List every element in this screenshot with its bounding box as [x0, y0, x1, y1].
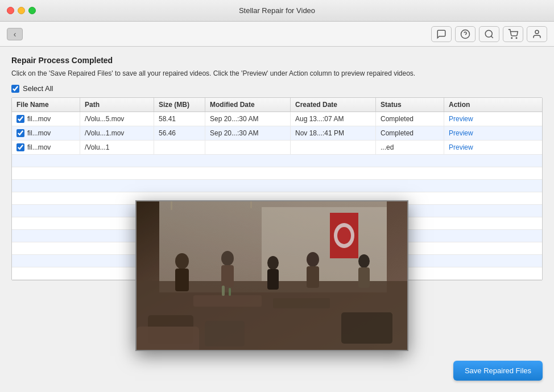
- preview-link-2[interactable]: Preview: [449, 129, 473, 137]
- table-header: File Name Path Size (MB) Modified Date C…: [12, 98, 542, 112]
- col-header-size: Size (MB): [154, 98, 205, 112]
- cell-created-2: Nov 18...:41 PM: [291, 126, 376, 140]
- svg-point-2: [485, 30, 492, 37]
- svg-line-3: [491, 36, 493, 38]
- cell-created-3: [291, 141, 376, 154]
- row-checkbox-3[interactable]: [16, 143, 24, 151]
- save-repaired-files-button[interactable]: Save Repaired Files: [453, 361, 543, 381]
- table-row: fil...mov /Volu...1.mov 56.46 Sep 20...:…: [12, 126, 542, 141]
- cell-size-2: 56.46: [154, 126, 205, 140]
- cell-status-2: Completed: [376, 126, 444, 140]
- close-button[interactable]: [7, 7, 14, 14]
- col-header-status: Status: [376, 98, 444, 112]
- back-button[interactable]: ‹: [7, 28, 23, 40]
- table-row: fil...mov /Volu...1 ...ed Preview: [12, 141, 542, 155]
- row-checkbox-1[interactable]: [16, 115, 24, 123]
- cell-path-1: /Volu...5.mov: [80, 112, 154, 126]
- svg-rect-35: [137, 201, 408, 351]
- select-all-label: Select All: [23, 84, 53, 93]
- cell-action-1: Preview: [444, 112, 490, 126]
- select-all-checkbox[interactable]: [11, 85, 19, 93]
- cart-button[interactable]: [503, 26, 523, 42]
- user-icon: [532, 29, 542, 39]
- chat-icon: [436, 29, 446, 39]
- main-content: Repair Process Completed Click on the 'S…: [0, 47, 554, 392]
- cell-path-3: /Volu...1: [80, 141, 154, 154]
- col-header-path: Path: [80, 98, 154, 112]
- cell-modified-3: [205, 141, 291, 154]
- col-header-filename: File Name: [12, 98, 80, 112]
- cell-action-3: Preview: [444, 141, 490, 154]
- cell-status-1: Completed: [376, 112, 444, 126]
- col-header-action: Action: [444, 98, 490, 112]
- chat-button[interactable]: [431, 26, 452, 42]
- repair-status-description: Click on the 'Save Repaired Files' to sa…: [11, 68, 543, 79]
- cell-size-3: [154, 141, 205, 154]
- toolbar: ‹: [0, 22, 554, 47]
- col-header-modified: Modified Date: [205, 98, 291, 112]
- cell-filename-3: fil...mov: [12, 141, 80, 154]
- user-button[interactable]: [527, 26, 547, 42]
- svg-point-4: [511, 38, 512, 39]
- cart-icon: [508, 29, 518, 39]
- video-preview-content: [137, 201, 408, 351]
- help-button[interactable]: [455, 26, 476, 42]
- repair-status-title: Repair Process Completed: [11, 56, 543, 65]
- toolbar-icons: [431, 26, 547, 42]
- title-bar: Stellar Repair for Video: [0, 0, 554, 22]
- cell-created-1: Aug 13...:07 AM: [291, 112, 376, 126]
- video-preview: [135, 200, 408, 351]
- save-button-container: Save Repaired Files: [453, 361, 543, 381]
- preview-link-1[interactable]: Preview: [449, 115, 473, 123]
- empty-row: [12, 167, 542, 180]
- svg-point-5: [516, 38, 517, 39]
- back-icon: ‹: [14, 30, 16, 39]
- cell-status-3: ...ed: [376, 141, 444, 154]
- minimize-button[interactable]: [18, 7, 25, 14]
- search-icon: [484, 29, 494, 39]
- preview-link-3[interactable]: Preview: [449, 143, 473, 151]
- table-row: fil...mov /Volu...5.mov 58.41 Sep 20...:…: [12, 112, 542, 126]
- window-title: Stellar Repair for Video: [239, 6, 315, 15]
- select-all-row: Select All: [11, 84, 543, 93]
- row-checkbox-2[interactable]: [16, 129, 24, 137]
- maximize-button[interactable]: [28, 7, 36, 14]
- svg-point-6: [535, 30, 539, 34]
- cell-action-2: Preview: [444, 126, 490, 140]
- cell-path-2: /Volu...1.mov: [80, 126, 154, 140]
- search-button[interactable]: [479, 26, 499, 42]
- col-header-created: Created Date: [291, 98, 376, 112]
- window-controls: [7, 7, 36, 14]
- empty-row: [12, 180, 542, 192]
- help-icon: [460, 29, 470, 39]
- cell-size-1: 58.41: [154, 112, 205, 126]
- cell-filename-1: fil...mov: [12, 112, 80, 126]
- cell-filename-2: fil...mov: [12, 126, 80, 140]
- empty-row: [12, 155, 542, 167]
- cell-modified-2: Sep 20...:30 AM: [205, 126, 291, 140]
- cell-modified-1: Sep 20...:30 AM: [205, 112, 291, 126]
